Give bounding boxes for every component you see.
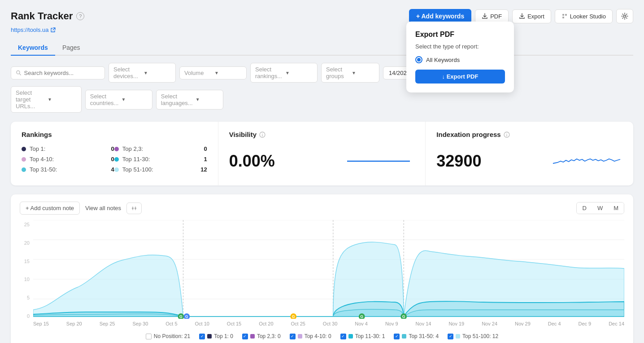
stats-grid: Rankings Top 1: 0 Top 2,3: 0 Top 4-10: 0 — [11, 122, 633, 185]
top1130-checkbox[interactable]: ✓ — [340, 334, 346, 339]
x-label: Nov 4 — [355, 321, 368, 326]
visibility-chart — [343, 152, 414, 170]
filters-row2: Select target URLs... ▼ Select countries… — [11, 86, 633, 113]
svg-point-3 — [624, 15, 626, 18]
ranking-item-top3150: Top 31-50: 4 — [22, 166, 114, 173]
x-label: Oct 25 — [291, 321, 305, 326]
svg-point-10 — [132, 207, 134, 209]
settings-button[interactable] — [616, 9, 633, 23]
add-note-button[interactable]: + Add custom note — [20, 202, 80, 215]
x-label: Sep 30 — [132, 321, 148, 326]
radio-circle — [415, 56, 422, 63]
svg-point-11 — [135, 207, 136, 209]
gear-icon — [621, 13, 628, 20]
top51100-dot — [114, 167, 119, 172]
chevron-down-icon: ▼ — [144, 70, 171, 75]
top51100-checkbox[interactable]: ✓ — [448, 334, 453, 339]
rankings-select[interactable]: Select rankings... ▼ — [250, 63, 318, 83]
filters-row1: Select devices... ▼ Volume ▼ Select rank… — [11, 63, 633, 83]
languages-select[interactable]: Select languages... ▼ — [156, 90, 223, 110]
pdf-icon — [482, 13, 488, 19]
tabs: Keywords Pages — [11, 40, 633, 56]
search-input[interactable] — [24, 70, 100, 76]
notes-settings-button[interactable] — [126, 202, 142, 214]
indexation-title: Indexation progress i — [436, 131, 622, 138]
help-icon[interactable]: ? — [76, 12, 84, 20]
svg-rect-1 — [565, 14, 567, 16]
chart-actions-left: + Add custom note View all notes — [20, 202, 142, 215]
svg-text:G: G — [185, 314, 188, 319]
top23-checkbox[interactable]: ✓ — [242, 334, 248, 339]
radio-label: All Keywords — [426, 57, 460, 63]
visibility-value: 0.00% — [229, 152, 275, 171]
ranking-item-top1130: Top 11-30: 1 — [114, 156, 207, 163]
no-position-checkbox[interactable] — [146, 334, 152, 339]
svg-rect-2 — [562, 17, 564, 18]
volume-select[interactable]: Volume ▼ — [179, 66, 247, 79]
y-axis: 25 20 15 10 5 0 — [20, 220, 33, 328]
countries-select[interactable]: Select countries... ▼ — [85, 90, 152, 110]
top1-checkbox[interactable]: ✓ — [199, 334, 205, 339]
chart-section: + Add custom note View all notes D W M 2… — [11, 194, 633, 343]
svg-text:i: i — [506, 133, 507, 137]
svg-text:G: G — [402, 314, 405, 319]
top3150-dot — [22, 167, 26, 172]
x-axis: Sep 15 Sep 20 Sep 25 Sep 30 Oct 5 Oct 10… — [33, 320, 624, 326]
x-label: Oct 15 — [227, 321, 241, 326]
target-urls-select[interactable]: Select target URLs... ▼ — [11, 86, 82, 113]
top1-legend-dot — [207, 334, 212, 339]
export-pdf-button[interactable]: ↓ Export PDF — [415, 70, 505, 84]
y-label-25: 25 — [24, 222, 30, 227]
chevron-down-icon: ▼ — [285, 70, 313, 75]
period-month-button[interactable]: M — [608, 202, 624, 214]
looker-studio-button[interactable]: Looker Studio — [555, 9, 613, 23]
top1130-legend-dot — [348, 334, 353, 339]
subtitle-link[interactable]: https://tools.ua — [11, 26, 56, 33]
ranking-item-top410: Top 4-10: 0 — [22, 156, 114, 163]
svg-point-4 — [17, 70, 20, 74]
all-keywords-option[interactable]: All Keywords — [415, 56, 505, 63]
period-buttons: D W M — [576, 202, 624, 214]
chevron-down-icon: ▼ — [214, 70, 242, 75]
visibility-info-icon: i — [259, 132, 265, 138]
x-label: Dec 14 — [609, 321, 624, 326]
x-label: Dec 9 — [578, 321, 591, 326]
indexation-chart — [551, 150, 622, 172]
period-day-button[interactable]: D — [577, 202, 592, 214]
legend-top1: ✓ Top 1: 0 — [199, 333, 233, 339]
x-label: Sep 20 — [66, 321, 82, 326]
tab-pages[interactable]: Pages — [55, 40, 87, 56]
radio-inner — [417, 58, 421, 62]
indexation-card: Indexation progress i 32900 — [426, 122, 633, 185]
visibility-card: Visibility i 0.00% — [218, 122, 426, 185]
y-label-20: 20 — [24, 240, 30, 246]
view-notes-button[interactable]: View all notes — [85, 205, 121, 211]
page-title: Rank Tracker — [11, 10, 73, 22]
top410-checkbox[interactable]: ✓ — [290, 334, 296, 339]
ranking-item-top1: Top 1: 0 — [22, 145, 114, 152]
pdf-button[interactable]: PDF — [475, 9, 509, 23]
x-label: Oct 5 — [165, 321, 177, 326]
x-label: Nov 19 — [448, 321, 464, 326]
chevron-down-icon: ▼ — [121, 97, 147, 102]
legend-top1130: ✓ Top 11-30: 1 — [340, 333, 385, 339]
svg-text:G: G — [179, 314, 183, 319]
visibility-title: Visibility i — [229, 131, 415, 138]
export-pdf-dropdown: Export PDF Select the type of report: Al… — [406, 22, 514, 92]
y-label-15: 15 — [24, 259, 30, 264]
devices-select[interactable]: Select devices... ▼ — [109, 63, 176, 83]
export-icon — [519, 13, 525, 19]
rankings-list: Top 1: 0 Top 2,3: 0 Top 4-10: 0 Top 11-3… — [22, 145, 207, 176]
groups-select[interactable]: Select groups ▼ — [321, 63, 379, 83]
legend-top3150: ✓ Top 31-50: 4 — [394, 333, 439, 339]
top3150-checkbox[interactable]: ✓ — [394, 334, 400, 339]
legend-top410: ✓ Top 4-10: 0 — [290, 333, 331, 339]
search-filter[interactable] — [11, 66, 105, 79]
rankings-card: Rankings Top 1: 0 Top 2,3: 0 Top 4-10: 0 — [11, 122, 218, 185]
notes-icon — [131, 205, 138, 212]
export-button[interactable]: Export — [512, 9, 551, 23]
top410-legend-dot — [298, 334, 302, 339]
period-week-button[interactable]: W — [592, 202, 608, 214]
tab-keywords[interactable]: Keywords — [11, 40, 55, 56]
svg-rect-0 — [562, 14, 564, 16]
